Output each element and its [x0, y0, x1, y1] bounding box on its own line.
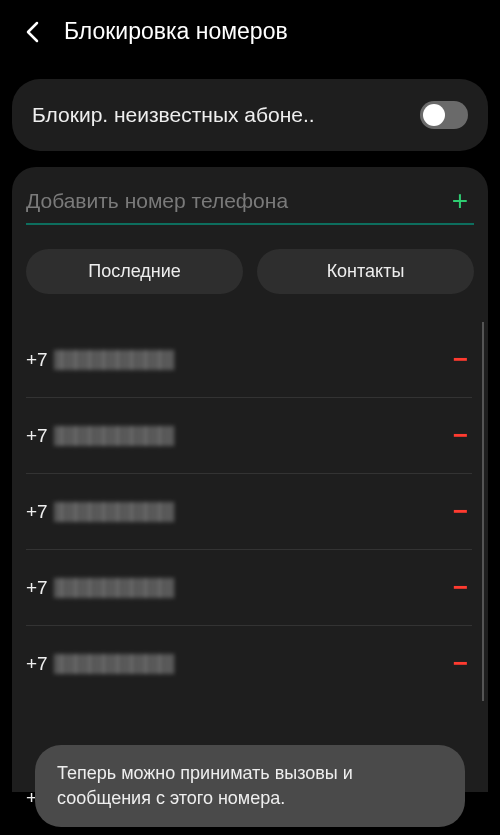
remove-icon[interactable]: −	[449, 496, 472, 527]
blocked-list: +7 − +7 − +7 − +7 −	[26, 322, 484, 701]
number-redacted	[54, 654, 174, 674]
number-prefix: +7	[26, 349, 48, 371]
toast: Теперь можно принимать вызовы и сообщени…	[35, 745, 465, 827]
number-prefix: +7	[26, 501, 48, 523]
number-text: +7	[26, 349, 174, 371]
list-item: +7 −	[26, 626, 472, 701]
remove-icon[interactable]: −	[449, 572, 472, 603]
block-unknown-label: Блокир. неизвестных абоне..	[32, 103, 408, 127]
plus-icon[interactable]: +	[446, 185, 474, 217]
main-card: + Последние Контакты +7 − +7 − +7 −	[12, 167, 488, 792]
remove-icon[interactable]: −	[449, 648, 472, 679]
number-prefix: +7	[26, 577, 48, 599]
source-buttons: Последние Контакты	[26, 249, 474, 294]
number-text: +7	[26, 653, 174, 675]
block-unknown-toggle[interactable]	[420, 101, 468, 129]
number-text: +7	[26, 501, 174, 523]
number-text: +7	[26, 425, 174, 447]
add-number-row: +	[26, 185, 474, 225]
list-item: +7 −	[26, 474, 472, 550]
list-item: +7 −	[26, 398, 472, 474]
number-redacted	[54, 426, 174, 446]
number-prefix: +7	[26, 653, 48, 675]
contacts-button[interactable]: Контакты	[257, 249, 474, 294]
toggle-knob	[423, 104, 445, 126]
header: Блокировка номеров	[0, 0, 500, 63]
number-prefix: +7	[26, 425, 48, 447]
recent-button[interactable]: Последние	[26, 249, 243, 294]
number-redacted	[54, 350, 174, 370]
list-item: +7 −	[26, 322, 472, 398]
number-redacted	[54, 578, 174, 598]
toast-message: Теперь можно принимать вызовы и сообщени…	[57, 761, 443, 811]
remove-icon[interactable]: −	[449, 344, 472, 375]
number-text: +7	[26, 577, 174, 599]
phone-input[interactable]	[26, 189, 446, 213]
remove-icon[interactable]: −	[449, 420, 472, 451]
page-title: Блокировка номеров	[64, 18, 288, 45]
list-item: +7 −	[26, 550, 472, 626]
number-redacted	[54, 502, 174, 522]
back-icon[interactable]	[20, 20, 44, 44]
block-unknown-card: Блокир. неизвестных абоне..	[12, 79, 488, 151]
